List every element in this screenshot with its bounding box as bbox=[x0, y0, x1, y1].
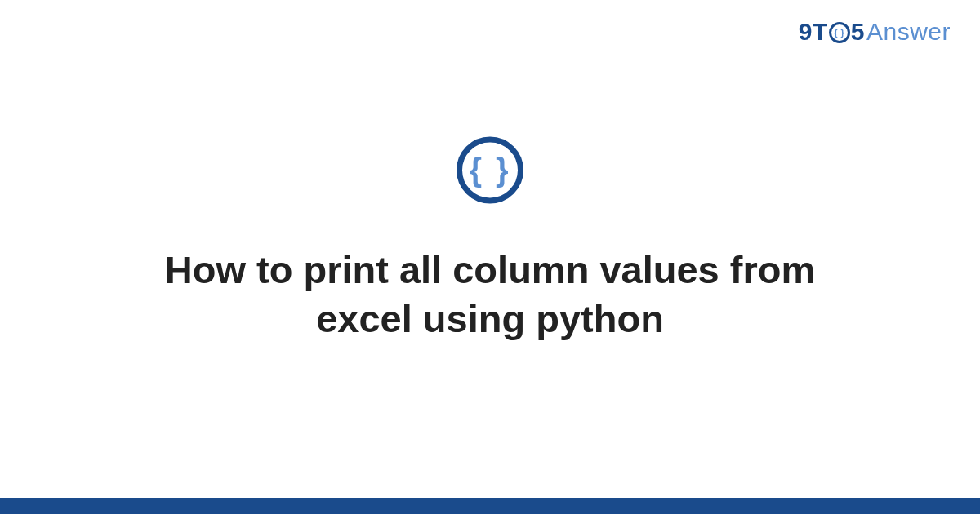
brand-circle-inner-glyph: { } bbox=[834, 29, 844, 38]
brand-logo: 9 T { } 5 Answer bbox=[799, 18, 951, 46]
brand-text-five: 5 bbox=[851, 18, 865, 46]
code-braces-icon: { } bbox=[457, 136, 523, 203]
brand-text-answer: Answer bbox=[866, 18, 951, 46]
bottom-accent-bar bbox=[0, 498, 980, 514]
main-content: { } How to print all column values from … bbox=[0, 136, 980, 343]
brand-circle-icon: { } bbox=[829, 22, 850, 43]
brand-text-nine: 9 bbox=[799, 18, 813, 46]
page-title: How to print all column values from exce… bbox=[114, 246, 866, 343]
brand-text-t: T bbox=[813, 18, 828, 46]
code-braces-glyph: { } bbox=[469, 153, 510, 186]
